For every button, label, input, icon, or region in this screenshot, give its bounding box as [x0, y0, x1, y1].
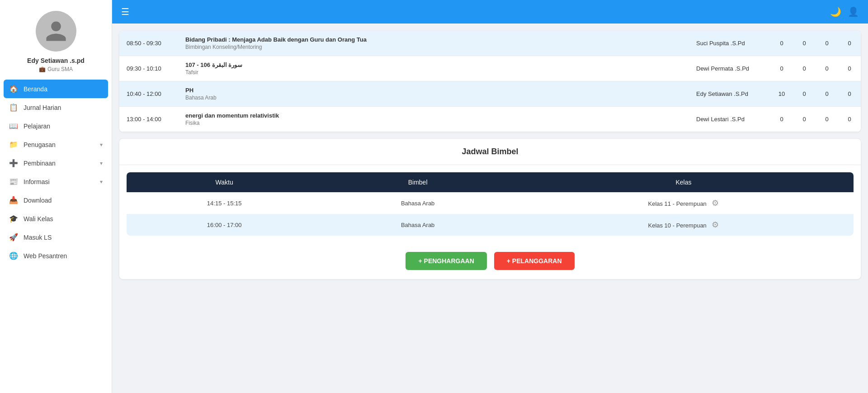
sidebar-label-penugasan: Penugasan: [24, 141, 94, 148]
main-area: ☰ 🌙 👤 08:50 - 09:30 Bidang Pribadi : Men…: [112, 0, 868, 393]
sidebar-item-informasi[interactable]: 📰 Informasi ▾: [0, 172, 112, 191]
chevron-icon-pembinaan: ▾: [100, 160, 103, 166]
topbar-left: ☰: [121, 6, 129, 17]
sidebar-item-pembinaan[interactable]: ➕ Pembinaan ▾: [0, 154, 112, 172]
bimbel-section: Jadwal Bimbel Waktu Bimbel Kelas 14:15 -…: [119, 139, 861, 279]
sidebar-label-wali-kelas: Wali Kelas: [24, 215, 103, 223]
schedule-n4: 0: [838, 56, 861, 81]
schedule-subject: Bidang Pribadi : Menjaga Adab Baik denga…: [178, 31, 689, 56]
bimbel-subject: Bahasa Arab: [322, 214, 514, 236]
schedule-n1: 0: [770, 107, 793, 132]
bimbel-class: Kelas 10 - Perempuan ⚙: [514, 214, 854, 236]
sidebar-label-masuk-ls: Masuk LS: [24, 234, 103, 241]
wali-kelas-icon: 🎓: [9, 214, 18, 223]
schedule-teacher: Dewi Permata .S.Pd: [689, 56, 770, 81]
content: 08:50 - 09:30 Bidang Pribadi : Menjaga A…: [112, 24, 868, 393]
pelajaran-icon: 📖: [9, 122, 18, 130]
schedule-n2: 0: [793, 107, 816, 132]
user-role: 💼 Guru SMA: [39, 66, 73, 72]
schedule-n1: 10: [770, 81, 793, 107]
bimbel-class: Kelas 11 - Perempuan ⚙: [514, 192, 854, 214]
settings-icon[interactable]: ⚙: [712, 199, 719, 208]
chevron-icon-penugasan: ▾: [100, 142, 103, 148]
dark-mode-icon[interactable]: 🌙: [830, 6, 841, 17]
bimbel-title: Jadwal Bimbel: [119, 139, 861, 165]
sidebar-label-pembinaan: Pembinaan: [24, 160, 94, 167]
masuk-ls-icon: 🚀: [9, 233, 18, 241]
sidebar-label-download: Download: [24, 197, 103, 204]
bimbel-col-waktu: Waktu: [127, 172, 322, 192]
user-name: Edy Setiawan .s.pd: [27, 57, 85, 64]
schedule-row: 10:40 - 12:00 PH Bahasa Arab Edy Setiawa…: [119, 81, 861, 107]
beranda-icon: 🏠: [9, 85, 18, 93]
chevron-icon-informasi: ▾: [100, 179, 103, 185]
sidebar-item-penugasan[interactable]: 📁 Penugasan ▾: [0, 135, 112, 154]
schedule-teacher: Edy Setiawan .S.Pd: [689, 81, 770, 107]
schedule-n4: 0: [838, 81, 861, 107]
schedule-n1: 0: [770, 56, 793, 81]
sidebar-label-web-pesantren: Web Pesantren: [24, 252, 103, 260]
schedule-subject: PH Bahasa Arab: [178, 81, 689, 107]
bimbel-row: 16:00 - 17:00 Bahasa Arab Kelas 10 - Per…: [127, 214, 854, 236]
sidebar-label-pelajaran: Pelajaran: [24, 123, 103, 130]
bimbel-subject: Bahasa Arab: [322, 192, 514, 214]
schedule-n3: 0: [816, 56, 838, 81]
schedule-n3: 0: [816, 31, 838, 56]
sidebar-label-beranda: Beranda: [24, 85, 103, 93]
informasi-icon: 📰: [9, 177, 18, 186]
schedule-n4: 0: [838, 31, 861, 56]
web-pesantren-icon: 🌐: [9, 251, 18, 260]
schedule-time: 13:00 - 14:00: [119, 107, 178, 132]
schedule-subject: سورة البقرة 106 - 107 Tafsir: [178, 56, 689, 81]
sidebar-label-informasi: Informasi: [24, 178, 94, 185]
briefcase-icon: 💼: [39, 66, 46, 72]
schedule-n1: 0: [770, 31, 793, 56]
sidebar-item-pelajaran[interactable]: 📖 Pelajaran: [0, 117, 112, 135]
schedule-time: 09:30 - 10:10: [119, 56, 178, 81]
pembinaan-icon: ➕: [9, 159, 18, 167]
sidebar-item-jurnal-harian[interactable]: 📋 Jurnal Harian: [0, 98, 112, 117]
download-icon: 📥: [9, 196, 18, 204]
sidebar-item-web-pesantren[interactable]: 🌐 Web Pesantren: [0, 246, 112, 265]
avatar: [36, 11, 76, 52]
settings-icon[interactable]: ⚙: [712, 220, 719, 229]
schedule-section: 08:50 - 09:30 Bidang Pribadi : Menjaga A…: [119, 31, 861, 132]
bimbel-col-bimbel: Bimbel: [322, 172, 514, 192]
schedule-n4: 0: [838, 107, 861, 132]
schedule-n3: 0: [816, 81, 838, 107]
sidebar-item-wali-kelas[interactable]: 🎓 Wali Kelas: [0, 209, 112, 228]
bimbel-table: Waktu Bimbel Kelas 14:15 - 15:15 Bahasa …: [127, 172, 854, 236]
schedule-teacher: Suci Puspita .S.Pd: [689, 31, 770, 56]
schedule-time: 08:50 - 09:30: [119, 31, 178, 56]
schedule-table: 08:50 - 09:30 Bidang Pribadi : Menjaga A…: [119, 31, 861, 132]
penghargaan-button[interactable]: + PENGHARGAAN: [406, 252, 486, 270]
penugasan-icon: 📁: [9, 140, 18, 149]
hamburger-icon[interactable]: ☰: [121, 6, 129, 17]
bimbel-col-kelas: Kelas: [514, 172, 854, 192]
jurnal-harian-icon: 📋: [9, 103, 18, 112]
schedule-subject: energi dan momentum relativistik Fisika: [178, 107, 689, 132]
schedule-n2: 0: [793, 81, 816, 107]
schedule-row: 13:00 - 14:00 energi dan momentum relati…: [119, 107, 861, 132]
user-profile-icon[interactable]: 👤: [848, 6, 859, 17]
topbar: ☰ 🌙 👤: [112, 0, 868, 24]
sidebar-item-masuk-ls[interactable]: 🚀 Masuk LS: [0, 228, 112, 246]
sidebar-item-beranda[interactable]: 🏠 Beranda: [4, 80, 108, 98]
bimbel-row: 14:15 - 15:15 Bahasa Arab Kelas 11 - Per…: [127, 192, 854, 214]
action-buttons: + PENGHARGAAN + PELANGGARAN: [119, 243, 861, 279]
bimbel-time: 14:15 - 15:15: [127, 192, 322, 214]
schedule-teacher: Dewi Lestari .S.Pd: [689, 107, 770, 132]
pelanggaran-button[interactable]: + PELANGGARAN: [494, 252, 575, 270]
bimbel-time: 16:00 - 17:00: [127, 214, 322, 236]
sidebar-item-download[interactable]: 📥 Download: [0, 191, 112, 209]
sidebar: Edy Setiawan .s.pd 💼 Guru SMA 🏠 Beranda …: [0, 0, 112, 393]
nav-menu: 🏠 Beranda 📋 Jurnal Harian 📖 Pelajaran 📁 …: [0, 80, 112, 265]
bimbel-header-row: Waktu Bimbel Kelas: [127, 172, 854, 192]
topbar-right: 🌙 👤: [830, 6, 859, 17]
schedule-row: 08:50 - 09:30 Bidang Pribadi : Menjaga A…: [119, 31, 861, 56]
schedule-n3: 0: [816, 107, 838, 132]
schedule-n2: 0: [793, 56, 816, 81]
schedule-time: 10:40 - 12:00: [119, 81, 178, 107]
sidebar-label-jurnal-harian: Jurnal Harian: [24, 104, 103, 111]
schedule-row: 09:30 - 10:10 سورة البقرة 106 - 107 Tafs…: [119, 56, 861, 81]
